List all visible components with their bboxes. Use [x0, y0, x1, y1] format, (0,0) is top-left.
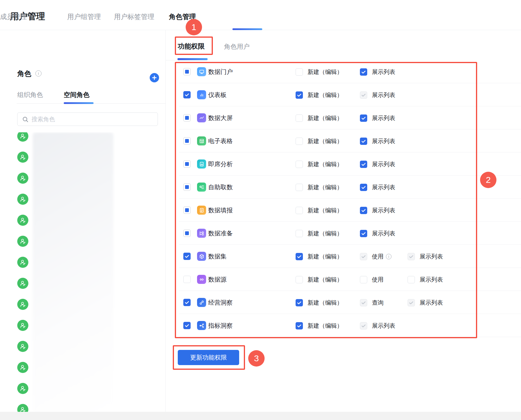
module-checkbox-indeterminate[interactable]	[183, 206, 191, 214]
perm-checkbox-checked[interactable]	[296, 91, 303, 99]
module-checkbox-unchecked[interactable]	[183, 276, 191, 283]
perm-cell: 展示列表	[360, 91, 395, 99]
perm-checkbox-disabled-checked[interactable]	[408, 253, 415, 260]
perm-checkbox-unchecked[interactable]	[296, 207, 303, 214]
perm-label: 新建（编辑）	[308, 253, 343, 261]
permission-row-数据门户: 数据门户新建（编辑）展示列表	[179, 60, 521, 83]
perm-cell: 新建（编辑）	[296, 114, 343, 122]
module-checkbox-indeterminate[interactable]	[183, 68, 191, 75]
top-nav: 用户管理 成员管理用户组管理用户标签管理角色管理	[0, 0, 521, 30]
role-list-item[interactable]	[17, 341, 28, 352]
module-checkbox-indeterminate[interactable]	[183, 114, 191, 122]
module-checkbox-indeterminate[interactable]	[183, 183, 191, 191]
perm-label: 新建（编辑）	[308, 137, 343, 145]
perm-checkbox-unchecked[interactable]	[296, 276, 303, 283]
permission-row-电子表格: 电子表格新建（编辑）展示列表	[179, 129, 521, 152]
role-list-item[interactable]	[17, 278, 28, 289]
perm-checkbox-checked[interactable]	[296, 322, 303, 329]
info-icon[interactable]: i	[386, 254, 391, 259]
perm-checkbox-unchecked[interactable]	[296, 138, 303, 145]
annotation-badge-3: 3	[248, 350, 265, 367]
role-list-item[interactable]	[17, 132, 28, 142]
perm-checkbox-unchecked[interactable]	[296, 68, 303, 76]
perm-label: 新建（编辑）	[308, 68, 343, 76]
perm-label: 展示列表	[372, 230, 395, 237]
perm-checkbox-unchecked[interactable]	[408, 276, 415, 283]
role-list-item[interactable]	[17, 362, 28, 373]
role-list-item[interactable]	[17, 236, 28, 247]
perm-checkbox-checked[interactable]	[360, 161, 367, 168]
perm-checkbox-disabled-checked[interactable]	[360, 253, 367, 260]
module-checkbox-checked[interactable]	[183, 322, 191, 329]
role-list-item[interactable]	[17, 215, 28, 226]
add-role-button[interactable]	[150, 73, 159, 82]
perm-label: 展示列表	[372, 137, 395, 145]
perm-cell: 新建（编辑）	[296, 322, 343, 330]
module-checkbox-indeterminate[interactable]	[183, 160, 191, 168]
perm-checkbox-unchecked[interactable]	[360, 276, 367, 283]
module-checkbox-checked[interactable]	[183, 91, 191, 98]
info-icon[interactable]: i	[35, 70, 42, 77]
tab-function-permissions[interactable]: 功能权限	[178, 42, 205, 51]
module-checkbox-indeterminate[interactable]	[183, 137, 191, 145]
role-list-item[interactable]	[17, 257, 28, 268]
permission-row-数据大屏: 数据大屏新建（编辑）展示列表	[179, 106, 521, 129]
nav-item-2[interactable]: 用户组管理	[67, 12, 101, 21]
nav-item-3[interactable]: 用户标签管理	[114, 12, 154, 21]
module-checkbox-checked[interactable]	[183, 253, 191, 260]
perm-label: 展示列表	[372, 68, 395, 76]
nav-item-1[interactable]: 成员管理	[0, 12, 27, 21]
perm-checkbox-unchecked[interactable]	[296, 114, 303, 122]
module-label: 数据门户	[208, 68, 233, 76]
perm-label: 使用i	[372, 253, 391, 261]
perm-label: 新建（编辑）	[308, 230, 343, 237]
role-list-item[interactable]	[17, 152, 28, 163]
permission-row-数据准备: 数据准备新建（编辑）展示列表	[179, 222, 521, 245]
role-list-item[interactable]	[17, 173, 28, 184]
perm-checkbox-checked[interactable]	[360, 184, 367, 191]
active-nav-underline	[232, 28, 262, 30]
sidebar-tab-2[interactable]: 空间角色	[64, 91, 89, 99]
perm-checkbox-unchecked[interactable]	[296, 184, 303, 191]
plus-icon	[152, 75, 157, 80]
permission-row-指标洞察: 指标洞察新建（编辑）展示列表	[179, 314, 521, 337]
perm-checkbox-checked[interactable]	[360, 230, 367, 237]
perm-cell: 展示列表	[360, 183, 395, 191]
metric-insight-icon	[197, 321, 206, 330]
perm-checkbox-disabled-checked[interactable]	[360, 299, 367, 306]
perm-label: 新建（编辑）	[308, 206, 343, 214]
perm-checkbox-checked[interactable]	[360, 114, 367, 122]
perm-checkbox-unchecked[interactable]	[296, 161, 303, 168]
update-permissions-button[interactable]: 更新功能权限	[178, 350, 239, 365]
role-list-item[interactable]	[17, 299, 28, 310]
perm-cell: 展示列表	[408, 253, 443, 261]
perm-checkbox-checked[interactable]	[296, 299, 303, 306]
perm-cell: 新建（编辑）	[296, 183, 343, 191]
perm-checkbox-checked[interactable]	[360, 207, 367, 214]
permission-row-数据填报: 数据填报新建（编辑）展示列表	[179, 199, 521, 222]
perm-cell: 展示列表	[408, 276, 443, 284]
module-label: 即席分析	[208, 160, 233, 168]
perm-checkbox-disabled-checked[interactable]	[408, 299, 415, 306]
role-list-item[interactable]	[17, 383, 28, 394]
role-list-item[interactable]	[17, 320, 28, 331]
sidebar-tab-1[interactable]: 组织角色	[17, 91, 43, 99]
permission-row-数据集: 数据集新建（编辑）使用i展示列表	[179, 245, 521, 268]
module-label: 自助取数	[208, 183, 233, 191]
module-checkbox-indeterminate[interactable]	[183, 230, 191, 237]
sidebar-title: 角色	[17, 69, 31, 78]
perm-checkbox-disabled-checked[interactable]	[360, 322, 367, 329]
perm-checkbox-disabled-checked[interactable]	[360, 91, 367, 99]
perm-cell: 使用	[360, 276, 384, 284]
role-list-item[interactable]	[17, 194, 28, 205]
module-checkbox-checked[interactable]	[183, 299, 191, 306]
perm-checkbox-checked[interactable]	[296, 253, 303, 260]
perm-label: 展示列表	[420, 253, 443, 261]
perm-checkbox-checked[interactable]	[360, 138, 367, 145]
tab-role-users[interactable]: 角色用户	[224, 42, 250, 51]
perm-checkbox-unchecked[interactable]	[296, 230, 303, 237]
perm-checkbox-checked[interactable]	[360, 68, 367, 76]
role-search-box	[17, 112, 158, 126]
role-list	[0, 132, 165, 420]
search-input[interactable]	[32, 113, 154, 126]
